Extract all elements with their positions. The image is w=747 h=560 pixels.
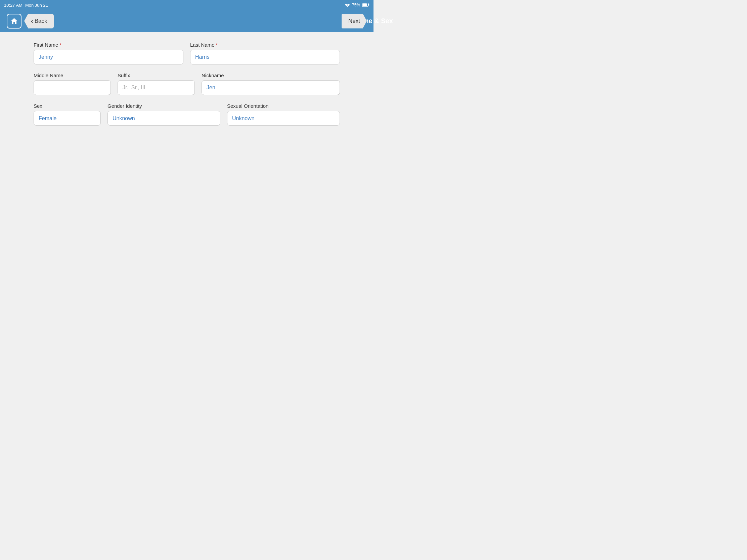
home-button[interactable] xyxy=(7,14,22,29)
sexual-orientation-group: Sexual Orientation Unknown Straight Gay … xyxy=(227,103,340,126)
nickname-label: Nickname xyxy=(202,73,340,78)
status-left: 10:27 AM Mon Jun 21 xyxy=(4,3,48,8)
middle-suffix-nickname-row: Middle Name Suffix Nickname xyxy=(33,73,340,95)
last-name-label: Last Name * xyxy=(190,42,340,48)
nav-bar: Back Name & Sex Next xyxy=(0,10,374,32)
next-label: Next xyxy=(348,18,360,25)
main-content: First Name * Last Name * Middle Name xyxy=(0,32,374,280)
next-button[interactable]: Next xyxy=(342,14,367,29)
wifi-icon xyxy=(344,3,350,8)
gender-identity-select[interactable]: Unknown Male Female Non-binary Other xyxy=(107,111,220,126)
form-section: First Name * Last Name * Middle Name xyxy=(33,42,340,126)
battery-percentage: 75% xyxy=(352,3,360,7)
nickname-input[interactable] xyxy=(202,80,340,95)
sexual-orientation-label: Sexual Orientation xyxy=(227,103,340,109)
nickname-group: Nickname xyxy=(202,73,340,95)
sex-label: Sex xyxy=(33,103,101,109)
suffix-label: Suffix xyxy=(118,73,195,78)
suffix-input[interactable] xyxy=(118,80,195,95)
nav-left: Back xyxy=(7,14,54,29)
last-name-group: Last Name * xyxy=(190,42,340,64)
sex-group: Sex Female Male Unknown Other xyxy=(33,103,101,126)
middle-name-group: Middle Name xyxy=(33,73,111,95)
svg-rect-3 xyxy=(362,3,367,6)
suffix-group: Suffix xyxy=(118,73,195,95)
sex-gender-orientation-row: Sex Female Male Unknown Other Gender Ide… xyxy=(33,103,340,126)
first-name-label: First Name * xyxy=(33,42,183,48)
name-row: First Name * Last Name * xyxy=(33,42,340,64)
last-name-input[interactable] xyxy=(190,50,340,64)
battery-icon xyxy=(362,3,369,8)
gender-identity-label: Gender Identity xyxy=(107,103,220,109)
middle-name-label: Middle Name xyxy=(33,73,111,78)
first-name-required: * xyxy=(59,42,61,48)
date-display: Mon Jun 21 xyxy=(25,3,48,8)
middle-name-input[interactable] xyxy=(33,80,111,95)
first-name-group: First Name * xyxy=(33,42,183,64)
sexual-orientation-select[interactable]: Unknown Straight Gay Bisexual Other xyxy=(227,111,340,126)
status-bar: 10:27 AM Mon Jun 21 75% xyxy=(0,0,374,10)
sex-select[interactable]: Female Male Unknown Other xyxy=(33,111,101,126)
back-label: Back xyxy=(34,18,47,25)
back-button[interactable]: Back xyxy=(24,14,54,29)
first-name-input[interactable] xyxy=(33,50,183,64)
gender-identity-group: Gender Identity Unknown Male Female Non-… xyxy=(107,103,220,126)
status-right: 75% xyxy=(344,3,369,8)
svg-point-0 xyxy=(346,6,347,7)
svg-rect-2 xyxy=(368,4,369,5)
last-name-required: * xyxy=(216,42,218,48)
time-display: 10:27 AM xyxy=(4,3,23,8)
